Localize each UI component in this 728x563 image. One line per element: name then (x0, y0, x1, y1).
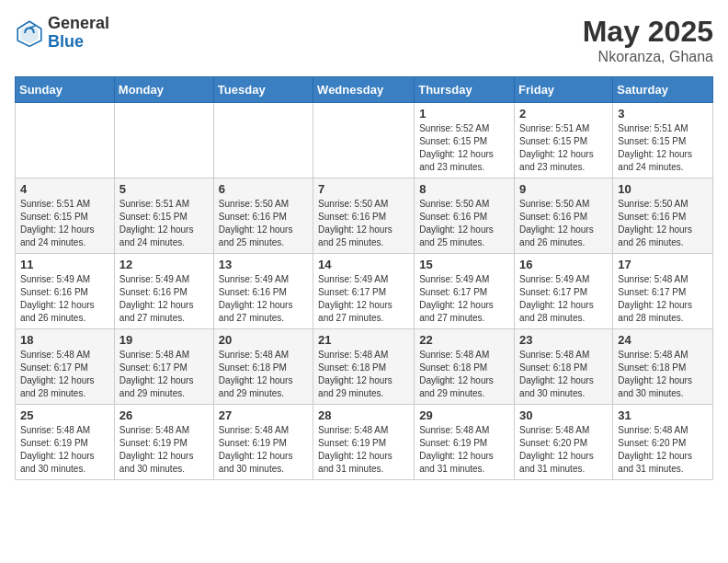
calendar-cell: 22Sunrise: 5:48 AM Sunset: 6:18 PM Dayli… (415, 329, 515, 405)
weekday-header: Sunday (16, 77, 115, 103)
weekday-header: Tuesday (213, 77, 313, 103)
day-number: 10 (618, 182, 708, 196)
logo-general: General (48, 15, 109, 33)
calendar-cell: 21Sunrise: 5:48 AM Sunset: 6:18 PM Dayli… (313, 329, 415, 405)
day-info: Sunrise: 5:48 AM Sunset: 6:19 PM Dayligh… (119, 424, 209, 476)
calendar-cell: 13Sunrise: 5:49 AM Sunset: 6:16 PM Dayli… (213, 254, 313, 329)
day-info: Sunrise: 5:51 AM Sunset: 6:15 PM Dayligh… (519, 122, 608, 174)
calendar-cell (16, 103, 115, 178)
day-info: Sunrise: 5:52 AM Sunset: 6:15 PM Dayligh… (419, 122, 509, 174)
day-number: 19 (119, 333, 209, 347)
weekday-header: Monday (114, 77, 213, 103)
day-info: Sunrise: 5:50 AM Sunset: 6:16 PM Dayligh… (219, 198, 308, 249)
day-info: Sunrise: 5:48 AM Sunset: 6:19 PM Dayligh… (419, 424, 509, 476)
weekday-header: Wednesday (313, 77, 415, 103)
calendar-cell: 1Sunrise: 5:52 AM Sunset: 6:15 PM Daylig… (415, 103, 515, 178)
calendar-cell: 7Sunrise: 5:50 AM Sunset: 6:16 PM Daylig… (313, 178, 415, 254)
day-number: 29 (419, 408, 509, 422)
day-info: Sunrise: 5:49 AM Sunset: 6:16 PM Dayligh… (119, 273, 209, 325)
day-number: 12 (119, 258, 209, 271)
day-number: 14 (318, 258, 409, 271)
calendar-header-row: SundayMondayTuesdayWednesdayThursdayFrid… (16, 77, 713, 103)
logo: General Blue (15, 15, 109, 52)
calendar-cell (114, 103, 213, 178)
calendar-week-row: 11Sunrise: 5:49 AM Sunset: 6:16 PM Dayli… (16, 254, 713, 329)
title-block: May 2025 Nkoranza, Ghana (583, 15, 713, 65)
day-number: 30 (519, 408, 608, 422)
calendar-cell: 26Sunrise: 5:48 AM Sunset: 6:19 PM Dayli… (114, 405, 213, 480)
calendar-cell: 28Sunrise: 5:48 AM Sunset: 6:19 PM Dayli… (313, 405, 415, 480)
day-info: Sunrise: 5:48 AM Sunset: 6:18 PM Dayligh… (519, 349, 608, 400)
day-number: 23 (519, 333, 608, 347)
day-number: 5 (119, 182, 209, 196)
day-number: 13 (219, 258, 308, 271)
day-info: Sunrise: 5:51 AM Sunset: 6:15 PM Dayligh… (20, 198, 109, 249)
day-info: Sunrise: 5:50 AM Sunset: 6:16 PM Dayligh… (618, 198, 708, 249)
day-info: Sunrise: 5:48 AM Sunset: 6:20 PM Dayligh… (519, 424, 608, 476)
day-number: 17 (618, 258, 708, 271)
calendar-cell: 23Sunrise: 5:48 AM Sunset: 6:18 PM Dayli… (515, 329, 613, 405)
day-info: Sunrise: 5:49 AM Sunset: 6:16 PM Dayligh… (20, 273, 109, 325)
day-info: Sunrise: 5:48 AM Sunset: 6:18 PM Dayligh… (219, 349, 308, 400)
day-number: 6 (219, 182, 308, 196)
calendar-cell: 17Sunrise: 5:48 AM Sunset: 6:17 PM Dayli… (613, 254, 713, 329)
calendar-title: May 2025 (583, 15, 713, 49)
day-number: 4 (20, 182, 109, 196)
calendar-week-row: 1Sunrise: 5:52 AM Sunset: 6:15 PM Daylig… (16, 103, 713, 178)
calendar-cell (313, 103, 415, 178)
day-info: Sunrise: 5:48 AM Sunset: 6:17 PM Dayligh… (618, 273, 708, 325)
day-number: 3 (618, 107, 708, 121)
day-number: 26 (119, 408, 209, 422)
day-info: Sunrise: 5:48 AM Sunset: 6:17 PM Dayligh… (20, 349, 109, 400)
calendar-week-row: 18Sunrise: 5:48 AM Sunset: 6:17 PM Dayli… (16, 329, 713, 405)
calendar-cell: 6Sunrise: 5:50 AM Sunset: 6:16 PM Daylig… (213, 178, 313, 254)
day-number: 11 (20, 258, 109, 271)
day-number: 28 (318, 408, 409, 422)
day-number: 18 (20, 333, 109, 347)
calendar-cell: 8Sunrise: 5:50 AM Sunset: 6:16 PM Daylig… (415, 178, 515, 254)
day-number: 20 (219, 333, 308, 347)
day-info: Sunrise: 5:49 AM Sunset: 6:17 PM Dayligh… (318, 273, 409, 325)
calendar-cell: 31Sunrise: 5:48 AM Sunset: 6:20 PM Dayli… (613, 405, 713, 480)
calendar-location: Nkoranza, Ghana (583, 49, 713, 65)
day-info: Sunrise: 5:51 AM Sunset: 6:15 PM Dayligh… (618, 122, 708, 174)
day-number: 8 (419, 182, 509, 196)
day-info: Sunrise: 5:50 AM Sunset: 6:16 PM Dayligh… (318, 198, 409, 249)
weekday-header: Saturday (613, 77, 713, 103)
day-number: 2 (519, 107, 608, 121)
day-info: Sunrise: 5:48 AM Sunset: 6:19 PM Dayligh… (219, 424, 308, 476)
calendar-cell: 25Sunrise: 5:48 AM Sunset: 6:19 PM Dayli… (16, 405, 115, 480)
weekday-header: Thursday (415, 77, 515, 103)
calendar-cell: 12Sunrise: 5:49 AM Sunset: 6:16 PM Dayli… (114, 254, 213, 329)
calendar-week-row: 4Sunrise: 5:51 AM Sunset: 6:15 PM Daylig… (16, 178, 713, 254)
day-number: 21 (318, 333, 409, 347)
calendar-cell: 9Sunrise: 5:50 AM Sunset: 6:16 PM Daylig… (515, 178, 613, 254)
day-number: 25 (20, 408, 109, 422)
day-info: Sunrise: 5:48 AM Sunset: 6:20 PM Dayligh… (618, 424, 708, 476)
calendar-cell: 20Sunrise: 5:48 AM Sunset: 6:18 PM Dayli… (213, 329, 313, 405)
day-info: Sunrise: 5:49 AM Sunset: 6:16 PM Dayligh… (219, 273, 308, 325)
calendar-cell: 10Sunrise: 5:50 AM Sunset: 6:16 PM Dayli… (613, 178, 713, 254)
logo-text: General Blue (48, 15, 109, 52)
day-info: Sunrise: 5:48 AM Sunset: 6:19 PM Dayligh… (318, 424, 409, 476)
calendar-cell: 4Sunrise: 5:51 AM Sunset: 6:15 PM Daylig… (16, 178, 115, 254)
day-number: 16 (519, 258, 608, 271)
day-info: Sunrise: 5:48 AM Sunset: 6:18 PM Dayligh… (318, 349, 409, 400)
calendar-cell: 27Sunrise: 5:48 AM Sunset: 6:19 PM Dayli… (213, 405, 313, 480)
calendar-cell: 24Sunrise: 5:48 AM Sunset: 6:18 PM Dayli… (613, 329, 713, 405)
calendar-cell: 18Sunrise: 5:48 AM Sunset: 6:17 PM Dayli… (16, 329, 115, 405)
day-number: 7 (318, 182, 409, 196)
calendar-week-row: 25Sunrise: 5:48 AM Sunset: 6:19 PM Dayli… (16, 405, 713, 480)
day-info: Sunrise: 5:51 AM Sunset: 6:15 PM Dayligh… (119, 198, 209, 249)
calendar-table: SundayMondayTuesdayWednesdayThursdayFrid… (15, 76, 713, 480)
day-number: 24 (618, 333, 708, 347)
calendar-cell: 29Sunrise: 5:48 AM Sunset: 6:19 PM Dayli… (415, 405, 515, 480)
weekday-header: Friday (515, 77, 613, 103)
calendar-cell: 5Sunrise: 5:51 AM Sunset: 6:15 PM Daylig… (114, 178, 213, 254)
day-number: 27 (219, 408, 308, 422)
day-info: Sunrise: 5:50 AM Sunset: 6:16 PM Dayligh… (519, 198, 608, 249)
day-number: 15 (419, 258, 509, 271)
calendar-cell: 2Sunrise: 5:51 AM Sunset: 6:15 PM Daylig… (515, 103, 613, 178)
day-info: Sunrise: 5:48 AM Sunset: 6:18 PM Dayligh… (618, 349, 708, 400)
day-info: Sunrise: 5:48 AM Sunset: 6:18 PM Dayligh… (419, 349, 509, 400)
